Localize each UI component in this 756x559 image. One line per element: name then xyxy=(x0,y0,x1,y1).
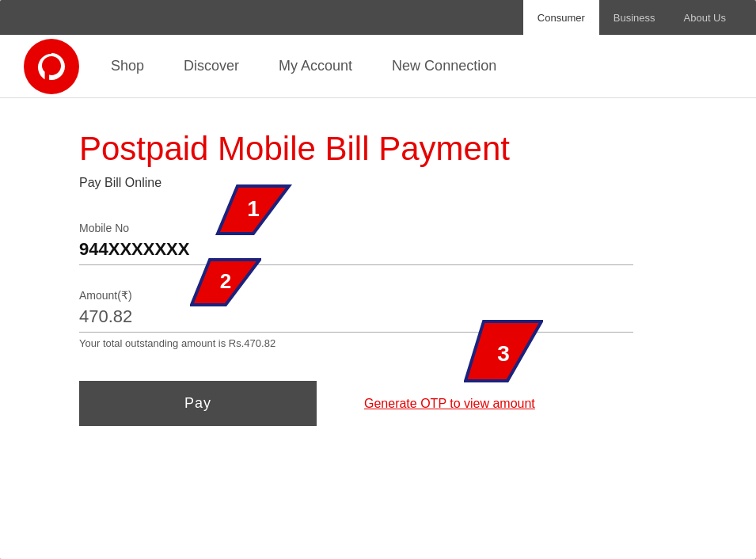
browser-window: Consumer Business About Us Shop Discover… xyxy=(0,0,756,559)
nav-discover[interactable]: Discover xyxy=(184,58,239,74)
otp-link[interactable]: Generate OTP to view amount xyxy=(364,397,535,411)
outstanding-text: Your total outstanding amount is Rs.470.… xyxy=(79,337,677,349)
svg-text:3: 3 xyxy=(497,341,510,366)
page-title: Postpaid Mobile Bill Payment xyxy=(79,130,677,168)
main-nav-bar: Shop Discover My Account New Connection xyxy=(0,35,756,98)
page-subtitle: Pay Bill Online xyxy=(79,176,677,190)
top-nav-business[interactable]: Business xyxy=(599,0,670,35)
amount-label: Amount(₹) xyxy=(79,289,677,302)
vodafone-icon xyxy=(36,51,67,82)
top-nav-about[interactable]: About Us xyxy=(670,0,740,35)
amount-value: 470.82 xyxy=(79,306,633,333)
top-nav-consumer[interactable]: Consumer xyxy=(523,0,599,35)
arrow-3-container: 3 xyxy=(464,318,543,397)
top-nav-bar: Consumer Business About Us xyxy=(0,0,756,35)
mobile-label: Mobile No xyxy=(79,222,677,234)
annotation-arrow-3: 3 xyxy=(464,318,543,397)
nav-my-account[interactable]: My Account xyxy=(279,58,352,74)
pay-button[interactable]: Pay xyxy=(79,381,317,426)
mobile-field-group: Mobile No 944XXXXXXX 1 xyxy=(79,222,677,265)
mobile-value: 944XXXXXXX xyxy=(79,239,633,265)
main-content: Postpaid Mobile Bill Payment Pay Bill On… xyxy=(0,98,756,559)
main-nav-items: Shop Discover My Account New Connection xyxy=(111,58,496,74)
svg-text:1: 1 xyxy=(247,196,260,221)
otp-wrapper: Generate OTP to view amount 3 xyxy=(364,397,535,411)
nav-new-connection[interactable]: New Connection xyxy=(392,58,496,74)
form-actions: Pay Generate OTP to view amount 3 xyxy=(79,381,677,426)
vodafone-logo[interactable] xyxy=(24,39,79,94)
nav-shop[interactable]: Shop xyxy=(111,58,144,74)
amount-field-group: Amount(₹) 470.82 Your total outstanding … xyxy=(79,289,677,349)
